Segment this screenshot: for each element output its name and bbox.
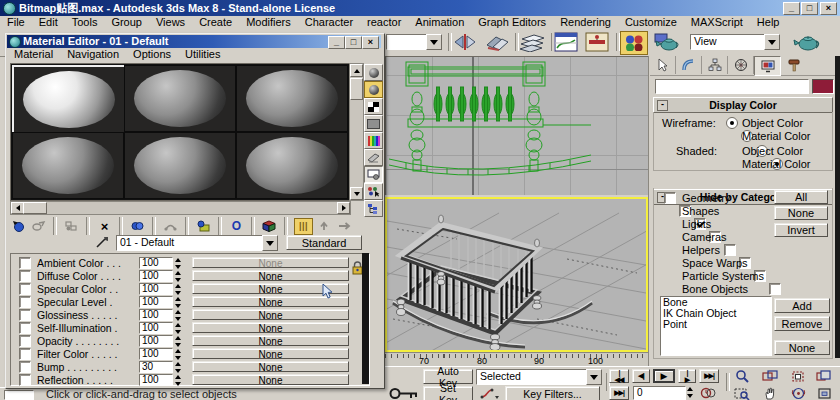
menu-character[interactable]: Character <box>298 16 360 29</box>
menu-graph-editors[interactable]: Graph Editors <box>471 16 553 29</box>
amount-spinner[interactable] <box>173 348 183 361</box>
material-id-channel-icon[interactable]: O <box>228 219 245 234</box>
minimize-button[interactable]: _ <box>783 2 800 15</box>
sample-vscrollbar[interactable] <box>349 63 364 201</box>
me-menu-options[interactable]: Options <box>126 48 178 61</box>
named-selection-dropdown-arrow[interactable] <box>426 34 442 50</box>
time-configuration-icon[interactable] <box>698 386 718 400</box>
current-frame-field[interactable]: 0 <box>633 386 686 400</box>
menu-rendering[interactable]: Rendering <box>553 16 618 29</box>
map-checkbox-specular-color[interactable] <box>19 283 31 295</box>
selection-set-dropdown[interactable]: Selected <box>476 369 591 385</box>
align-icon[interactable] <box>484 33 510 53</box>
sample-type-icon[interactable] <box>364 64 383 81</box>
go-to-end-button[interactable]: ▶▶| <box>699 369 719 383</box>
wireframe-object-color-radio[interactable] <box>726 117 738 129</box>
frame-spinner[interactable] <box>685 386 695 399</box>
map-button-self-illumination[interactable]: None <box>192 322 349 333</box>
go-forward-to-sibling-icon[interactable] <box>336 219 353 234</box>
app-titlebar[interactable]: Bitmap贴图.max - Autodesk 3ds Max 8 - Stan… <box>0 0 840 16</box>
collapse-icon[interactable]: - <box>657 100 668 111</box>
amount-field[interactable]: 100 <box>139 309 173 321</box>
object-color-swatch[interactable] <box>812 79 834 94</box>
make-material-copy-icon[interactable] <box>129 219 146 234</box>
material-name-dropdown-arrow[interactable] <box>262 235 278 251</box>
category-listbox[interactable]: Bone IK Chain Object Point <box>660 296 772 356</box>
remove-button[interactable]: Remove <box>774 316 830 331</box>
map-button-bump[interactable]: None <box>192 361 349 372</box>
all-button[interactable]: All <box>774 190 828 204</box>
menu-help[interactable]: Help <box>750 16 787 29</box>
pick-material-eyedropper-icon[interactable] <box>95 236 111 251</box>
go-to-start-button[interactable]: |◀◀ <box>609 369 629 383</box>
list-none-button[interactable]: None <box>774 340 830 355</box>
rollout-scroll-strip[interactable] <box>362 253 369 384</box>
me-menu-navigation[interactable]: Navigation <box>60 48 126 61</box>
backlight-icon[interactable] <box>364 81 383 98</box>
put-to-library-icon[interactable] <box>195 219 212 234</box>
menu-tools[interactable]: Tools <box>65 16 105 29</box>
map-button-glossiness[interactable]: None <box>192 309 349 320</box>
amount-field[interactable]: 30 <box>139 361 173 373</box>
invert-button[interactable]: Invert <box>774 223 828 237</box>
none-button[interactable]: None <box>774 206 828 220</box>
amount-spinner[interactable] <box>173 257 183 270</box>
rollout-display-color[interactable]: - Display Color <box>653 97 833 113</box>
me-menu-utilities[interactable]: Utilities <box>178 48 227 61</box>
mirror-icon[interactable] <box>453 32 477 54</box>
amount-spinner[interactable] <box>173 283 183 296</box>
list-item[interactable]: Point <box>661 319 771 330</box>
close-button[interactable]: × <box>820 2 837 15</box>
render-type-dropdown-arrow[interactable] <box>764 34 780 50</box>
checkbox-bone-objects[interactable] <box>769 283 781 295</box>
menu-reactor[interactable]: reactor <box>360 16 408 29</box>
amount-field[interactable]: 100 <box>139 335 173 347</box>
quick-render-icon[interactable] <box>793 32 823 54</box>
material-slot-4[interactable] <box>12 132 124 199</box>
go-to-parent-icon[interactable] <box>316 219 333 234</box>
map-checkbox-opacity[interactable] <box>19 335 31 347</box>
scroll-up-arrow[interactable] <box>350 64 363 77</box>
amount-spinner[interactable] <box>173 374 183 387</box>
video-color-check-icon[interactable] <box>364 132 383 149</box>
map-checkbox-glossiness[interactable] <box>19 309 31 321</box>
status-lock-field[interactable] <box>4 390 34 400</box>
amount-field[interactable]: 100 <box>139 296 173 308</box>
pan-hand-icon[interactable] <box>760 386 780 400</box>
tab-motion[interactable] <box>728 56 754 74</box>
selection-set-dropdown-arrow[interactable] <box>586 369 602 385</box>
viewport-perspective[interactable] <box>385 197 648 352</box>
material-slot-5[interactable] <box>124 132 236 199</box>
schematic-view-icon[interactable] <box>585 32 609 54</box>
sample-uv-tiling-icon[interactable] <box>364 115 383 132</box>
map-checkbox-ambient[interactable] <box>19 257 31 269</box>
sample-hscrollbar[interactable] <box>10 201 351 215</box>
make-preview-icon[interactable] <box>364 149 383 166</box>
me-menu-material[interactable]: Material <box>7 48 60 61</box>
set-key-button[interactable]: Set Key <box>423 386 473 400</box>
render-scene-icon[interactable] <box>653 32 681 54</box>
amount-spinner[interactable] <box>173 361 183 374</box>
material-editor-icon[interactable] <box>620 31 648 55</box>
map-checkbox-self-illumination[interactable] <box>19 322 31 334</box>
show-end-result-icon[interactable]: ||| <box>294 218 313 235</box>
map-checkbox-reflection[interactable] <box>19 374 31 386</box>
checkbox-helpers[interactable] <box>724 244 736 256</box>
viewport-front[interactable] <box>385 56 650 197</box>
map-button-ambient[interactable]: None <box>192 257 349 268</box>
menu-create[interactable]: Create <box>192 16 239 29</box>
tab-create[interactable] <box>650 56 676 74</box>
amount-field[interactable]: 100 <box>139 283 173 295</box>
tab-modify[interactable] <box>676 56 702 74</box>
material-slot-3[interactable] <box>236 65 348 132</box>
arc-rotate-icon[interactable] <box>788 386 808 400</box>
material-editor-titlebar[interactable]: Material Editor - 01 - Default _ □ × <box>7 35 381 48</box>
amount-field[interactable]: 100 <box>139 257 173 269</box>
scroll-right-arrow[interactable] <box>337 202 350 214</box>
material-slot-1[interactable] <box>12 65 126 134</box>
put-material-to-scene-icon[interactable] <box>30 219 47 234</box>
reset-map-icon[interactable]: × <box>96 219 113 234</box>
assign-material-to-selection-icon[interactable] <box>63 219 80 234</box>
menu-file[interactable]: File <box>0 16 32 29</box>
scroll-down-arrow[interactable] <box>350 187 363 200</box>
